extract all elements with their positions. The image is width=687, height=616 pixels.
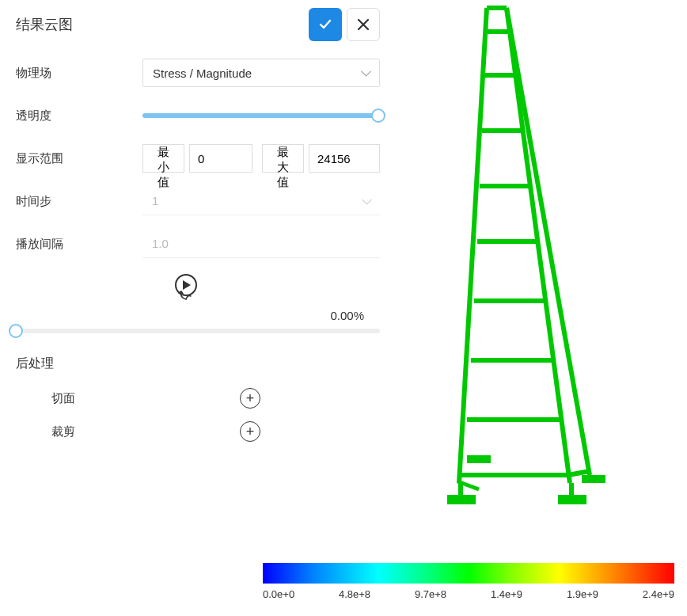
svg-rect-17 bbox=[558, 495, 586, 504]
play-interval-row: 播放间隔 1.0 bbox=[16, 230, 380, 258]
plus-icon: + bbox=[246, 424, 255, 439]
display-range-label: 显示范围 bbox=[16, 151, 142, 166]
close-button[interactable] bbox=[347, 8, 380, 41]
play-interval-label: 播放间隔 bbox=[16, 237, 142, 252]
panel-title: 结果云图 bbox=[16, 15, 73, 34]
colorbar-tick: 4.8e+8 bbox=[339, 588, 370, 600]
close-icon bbox=[356, 17, 370, 32]
svg-line-1 bbox=[459, 8, 487, 483]
progress-row: 0.00% bbox=[16, 309, 380, 322]
play-interval-value: 1.0 bbox=[142, 230, 380, 258]
colorbar-tick: 2.4e+9 bbox=[643, 588, 674, 600]
progress-slider[interactable] bbox=[16, 329, 380, 333]
3d-viewport[interactable] bbox=[404, 0, 687, 523]
slice-add-button[interactable]: + bbox=[240, 388, 260, 409]
colorbar-ticks: 0.0e+0 4.8e+8 9.7e+8 1.4e+9 1.9e+9 2.4e+… bbox=[263, 588, 674, 600]
range-min-input[interactable] bbox=[189, 144, 252, 173]
display-range-row: 显示范围 最小值 最大值 bbox=[16, 144, 380, 173]
svg-rect-19 bbox=[467, 455, 491, 463]
colorbar-tick: 1.4e+9 bbox=[491, 588, 522, 600]
colorbar-tick: 9.7e+8 bbox=[415, 588, 446, 600]
range-min-button[interactable]: 最小值 bbox=[142, 144, 184, 173]
slice-row: 切面 + bbox=[16, 388, 380, 409]
opacity-slider-thumb[interactable] bbox=[371, 108, 385, 123]
range-max-input[interactable] bbox=[309, 144, 380, 173]
timestep-value: 1 bbox=[152, 194, 158, 207]
postprocess-title: 后处理 bbox=[16, 356, 380, 372]
check-icon bbox=[317, 17, 333, 32]
opacity-label: 透明度 bbox=[16, 108, 142, 124]
physics-field-row: 物理场 Stress / Magnitude bbox=[16, 59, 380, 87]
panel-header: 结果云图 bbox=[16, 8, 380, 41]
plus-icon: + bbox=[246, 391, 255, 405]
confirm-button[interactable] bbox=[309, 8, 342, 41]
svg-rect-18 bbox=[582, 475, 605, 483]
timestep-label: 时间步 bbox=[16, 194, 142, 209]
physics-field-select[interactable]: Stress / Magnitude bbox=[142, 59, 380, 87]
colorbar-tick: 1.9e+9 bbox=[567, 588, 598, 600]
play-icon bbox=[170, 272, 202, 304]
ladder-model bbox=[404, 0, 687, 523]
clip-label: 裁剪 bbox=[16, 424, 240, 439]
progress-slider-thumb[interactable] bbox=[9, 324, 23, 338]
colorbar-tick: 0.0e+0 bbox=[263, 588, 294, 600]
clip-row: 裁剪 + bbox=[16, 421, 380, 442]
play-button[interactable] bbox=[170, 272, 202, 304]
timestep-select[interactable]: 1 bbox=[142, 187, 380, 215]
timestep-row: 时间步 1 bbox=[16, 187, 380, 215]
clip-add-button[interactable]: + bbox=[240, 421, 260, 442]
colorbar-gradient bbox=[263, 563, 674, 584]
opacity-slider[interactable] bbox=[142, 113, 378, 118]
play-area bbox=[170, 272, 380, 304]
opacity-row: 透明度 bbox=[16, 101, 380, 130]
header-buttons bbox=[309, 8, 380, 41]
progress-percent: 0.00% bbox=[330, 309, 364, 322]
result-contour-panel: 结果云图 物理场 Stress / Magnitude 透明度 显示范围 bbox=[0, 0, 396, 470]
physics-field-label: 物理场 bbox=[16, 66, 142, 81]
svg-line-2 bbox=[507, 8, 570, 483]
range-max-button[interactable]: 最大值 bbox=[262, 144, 304, 173]
svg-line-14 bbox=[568, 471, 590, 475]
slice-label: 切面 bbox=[16, 391, 240, 406]
svg-rect-16 bbox=[447, 495, 476, 504]
physics-field-value: Stress / Magnitude bbox=[153, 67, 252, 80]
colorbar-legend: 0.0e+0 4.8e+8 9.7e+8 1.4e+9 1.9e+9 2.4e+… bbox=[263, 563, 674, 600]
